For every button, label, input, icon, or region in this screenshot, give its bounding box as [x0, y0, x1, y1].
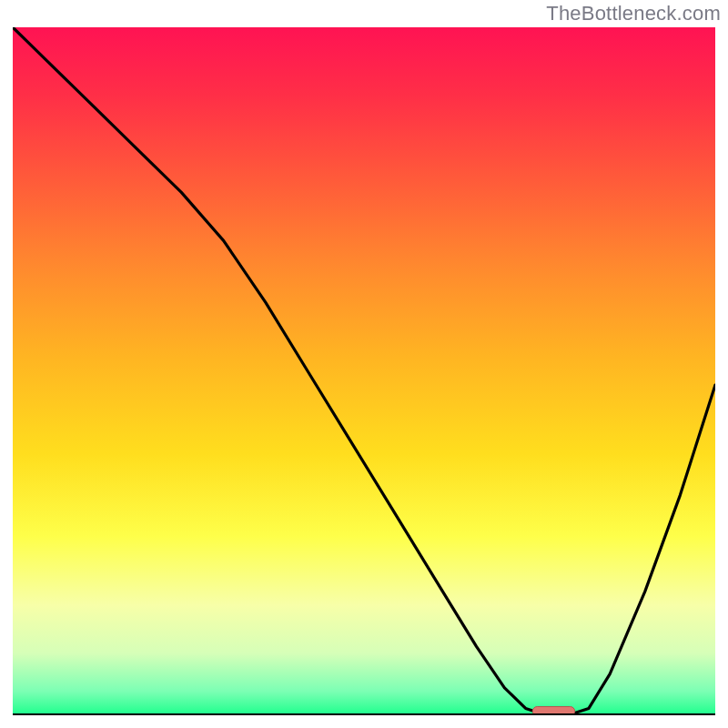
bottleneck-curve	[13, 27, 715, 715]
curve-overlay	[13, 27, 715, 715]
watermark-text: TheBottleneck.com	[546, 2, 721, 25]
plot-area	[13, 27, 715, 715]
chart-container: TheBottleneck.com	[0, 0, 728, 728]
baseline	[13, 713, 715, 715]
